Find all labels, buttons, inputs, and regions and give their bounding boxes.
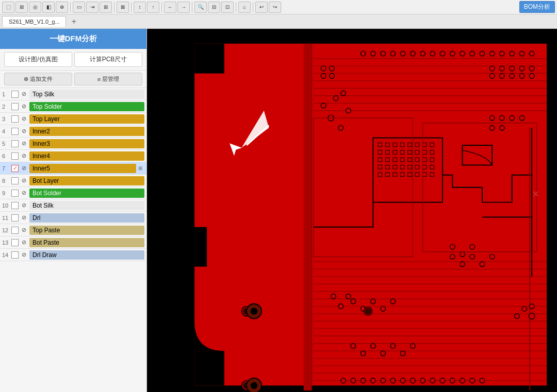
layer-eye-12[interactable]: ⊘ bbox=[20, 239, 28, 246]
svg-point-33 bbox=[330, 74, 335, 79]
toolbar-btn-2[interactable]: ⊞ bbox=[15, 2, 28, 13]
svg-rect-0 bbox=[194, 44, 224, 74]
svg-point-120 bbox=[489, 115, 495, 121]
svg-point-125 bbox=[500, 126, 505, 131]
design-sim-button[interactable]: 设计图/仿真图 bbox=[4, 52, 72, 67]
svg-rect-83 bbox=[423, 165, 427, 169]
layer-checkbox-6[interactable]: ✓ bbox=[11, 165, 19, 172]
layer-checkbox-12[interactable] bbox=[11, 239, 19, 246]
toolbar-btn-14[interactable]: 🔍 bbox=[194, 2, 207, 13]
layer-row-top-layer[interactable]: 3⊘Top Layer bbox=[0, 113, 146, 125]
layer-eye-5[interactable]: ⊘ bbox=[20, 152, 28, 160]
layer-row-bot-silk[interactable]: 10⊘Bot Silk bbox=[0, 199, 146, 212]
toolbar-btn-17[interactable]: ⌂ bbox=[238, 2, 251, 13]
toolbar-btn-4[interactable]: ◧ bbox=[42, 2, 55, 13]
toolbar-btn-12[interactable]: ← bbox=[164, 2, 176, 13]
layer-eye-7[interactable]: ⊘ bbox=[20, 177, 28, 184]
layer-eye-6[interactable]: ⊘ bbox=[20, 165, 28, 172]
svg-point-168 bbox=[251, 382, 257, 389]
toolbar-btn-redo[interactable]: ↪ bbox=[269, 2, 281, 13]
eye-icon: ⊘ bbox=[22, 177, 26, 184]
layer-eye-8[interactable]: ⊘ bbox=[20, 190, 28, 197]
layer-num-3: 4 bbox=[2, 128, 11, 134]
layer-eye-2[interactable]: ⊘ bbox=[20, 115, 28, 123]
layer-row-top-solder[interactable]: 2⊘Top Solder bbox=[0, 100, 146, 113]
layer-row-top-paste[interactable]: 12⊘Top Paste bbox=[0, 224, 146, 236]
layer-eye-11[interactable]: ⊘ bbox=[20, 227, 28, 234]
layer-label-6: Inner5 bbox=[29, 164, 136, 173]
toolbar-btn-undo[interactable]: ↩ bbox=[255, 2, 268, 13]
layer-tools: ⊕ 追加文件 ≡ 层管理 bbox=[0, 71, 146, 88]
layer-row-inner5[interactable]: 7✓⊘Inner5⊞ bbox=[0, 162, 146, 175]
tab-add-button[interactable]: + bbox=[68, 16, 79, 27]
layer-row-inner4[interactable]: 6⊘Inner4 bbox=[0, 150, 146, 162]
layer-expand-6[interactable]: ⊞ bbox=[136, 165, 144, 171]
svg-point-112 bbox=[510, 66, 515, 71]
layer-eye-13[interactable]: ⊘ bbox=[20, 251, 28, 259]
layer-checkbox-3[interactable] bbox=[11, 128, 19, 135]
toolbar-btn-6[interactable]: ▭ bbox=[73, 2, 85, 13]
svg-point-144 bbox=[450, 254, 455, 260]
svg-rect-81 bbox=[408, 165, 412, 169]
toolbar-btn-3[interactable]: ◎ bbox=[29, 2, 41, 13]
svg-point-146 bbox=[470, 254, 475, 260]
layer-eye-3[interactable]: ⊘ bbox=[20, 128, 28, 135]
layer-checkbox-11[interactable] bbox=[11, 227, 19, 234]
layer-checkbox-4[interactable] bbox=[11, 140, 19, 147]
layer-eye-9[interactable]: ⊘ bbox=[20, 202, 28, 209]
layer-checkbox-0[interactable] bbox=[11, 91, 19, 98]
layer-row-bot-solder[interactable]: 9⊘Bot Solder bbox=[0, 187, 146, 199]
main-layout: 一键DFM分析 设计图/仿真图 计算PCB尺寸 ⊕ 追加文件 ≡ 层管理 1⊘T… bbox=[0, 29, 557, 392]
layers-icon: ≡ bbox=[97, 76, 101, 82]
tab-s261[interactable]: S261_MB_V1.0_g... bbox=[2, 16, 66, 27]
layer-num-10: 11 bbox=[2, 215, 11, 221]
svg-rect-94 bbox=[529, 128, 530, 390]
layer-eye-0[interactable]: ⊘ bbox=[20, 91, 28, 98]
layer-checkbox-1[interactable] bbox=[11, 103, 19, 110]
svg-point-161 bbox=[241, 306, 251, 316]
pcb-canvas[interactable]: ✕ ➤ ➤ bbox=[147, 29, 557, 392]
layer-row-drl-draw[interactable]: 14⊘Drl Draw bbox=[0, 249, 146, 261]
layer-checkbox-10[interactable] bbox=[11, 214, 19, 221]
svg-point-35 bbox=[371, 51, 376, 56]
layer-row-bot-layer[interactable]: 8⊘Bot Layer bbox=[0, 175, 146, 187]
svg-point-139 bbox=[381, 306, 386, 312]
bom-button[interactable]: BOM分析 bbox=[519, 1, 555, 13]
layer-eye-10[interactable]: ⊘ bbox=[20, 214, 28, 221]
layer-label-4: Inner3 bbox=[29, 139, 144, 148]
toolbar-btn-1[interactable]: ⬚ bbox=[2, 2, 14, 13]
toolbar-btn-11[interactable]: ↑ bbox=[147, 2, 159, 13]
toolbar-btn-10[interactable]: ↕ bbox=[134, 2, 146, 13]
layer-checkbox-8[interactable] bbox=[11, 190, 19, 197]
svg-point-135 bbox=[529, 304, 534, 309]
layer-row-top-silk[interactable]: 1⊘Top Silk bbox=[0, 88, 146, 100]
layer-checkbox-2[interactable] bbox=[11, 115, 19, 123]
toolbar-btn-9[interactable]: ⊠ bbox=[117, 2, 129, 13]
toolbar-btn-5[interactable]: ⊕ bbox=[56, 2, 68, 13]
calc-pcb-button[interactable]: 计算PCB尺寸 bbox=[74, 52, 142, 67]
toolbar-btn-13[interactable]: → bbox=[177, 2, 190, 13]
svg-rect-54 bbox=[385, 143, 389, 147]
layer-row-inner2[interactable]: 4⊘Inner2 bbox=[0, 125, 146, 138]
layer-checkbox-13[interactable] bbox=[11, 251, 19, 259]
layer-row-inner3[interactable]: 5⊘Inner3 bbox=[0, 138, 146, 150]
toolbar-btn-7[interactable]: ⇥ bbox=[86, 2, 99, 13]
layer-label-10: Drl bbox=[29, 213, 144, 223]
svg-point-134 bbox=[514, 314, 519, 319]
layer-checkbox-7[interactable] bbox=[11, 177, 19, 184]
toolbar-btn-16[interactable]: ⊡ bbox=[221, 2, 234, 13]
layer-label-13: Drl Draw bbox=[29, 250, 144, 260]
toolbar-btn-15[interactable]: ⊟ bbox=[208, 2, 220, 13]
layer-mgmt-button[interactable]: ≡ 层管理 bbox=[74, 73, 142, 86]
svg-point-49 bbox=[510, 51, 515, 56]
layer-checkbox-9[interactable] bbox=[11, 202, 19, 209]
layer-row-drl[interactable]: 11⊘Drl bbox=[0, 212, 146, 224]
sep-5 bbox=[192, 2, 192, 12]
layer-label-11: Top Paste bbox=[29, 226, 144, 235]
toolbar-btn-8[interactable]: ⊞ bbox=[100, 2, 112, 13]
layer-checkbox-5[interactable] bbox=[11, 152, 19, 160]
layer-eye-1[interactable]: ⊘ bbox=[20, 103, 28, 110]
add-file-button[interactable]: ⊕ 追加文件 bbox=[4, 73, 72, 86]
layer-eye-4[interactable]: ⊘ bbox=[20, 140, 28, 147]
layer-row-bot-paste[interactable]: 13⊘Bot Paste bbox=[0, 236, 146, 249]
